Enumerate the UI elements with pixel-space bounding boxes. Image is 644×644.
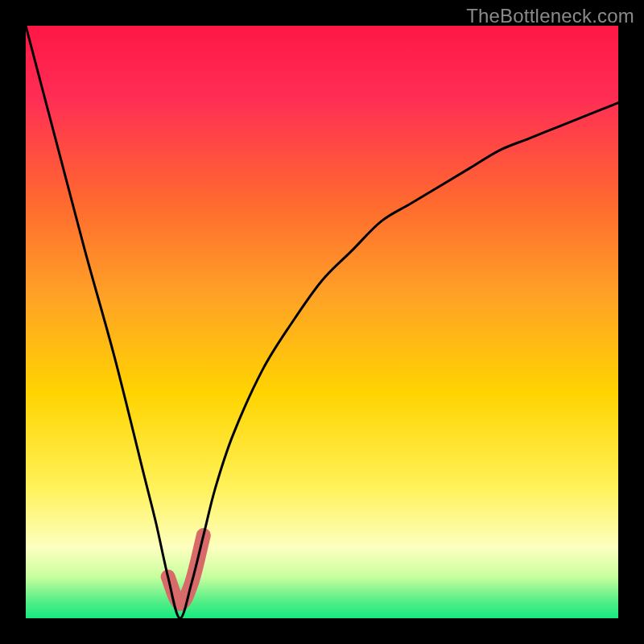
bottleneck-curve-svg [26,26,618,618]
chart-frame: TheBottleneck.com [0,0,644,644]
watermark-text: TheBottleneck.com [466,5,634,27]
bottleneck-curve [26,26,618,618]
plot-area [26,26,618,618]
highlight-segment [168,535,204,604]
